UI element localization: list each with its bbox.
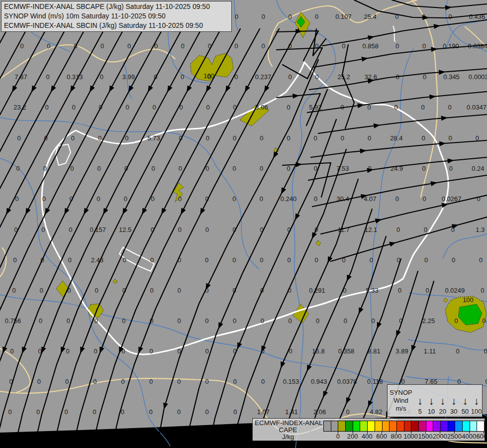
station-value: 0 [261, 378, 265, 385]
map-background [0, 0, 487, 448]
station-value: 0 [100, 42, 104, 50]
station-value: 0 [205, 408, 209, 416]
cape-swatch [360, 421, 367, 431]
wind-legend-source: SYNOP [390, 389, 412, 397]
station-value: 0 [341, 134, 344, 142]
station-value: 0 [346, 408, 350, 416]
wind-arrow-icon: ↓ [417, 395, 423, 408]
station-value: 0 [287, 165, 290, 172]
station-value: 0.0003 [469, 73, 487, 81]
station-value: 0 [177, 378, 181, 385]
station-value: 0 [41, 226, 45, 233]
station-value: 0 [93, 378, 97, 385]
station-value: 0 [479, 256, 483, 264]
station-value: 0.240 [281, 195, 297, 203]
station-value: 0 [121, 378, 125, 385]
station-value: 0 [425, 287, 429, 294]
station-value: 0 [69, 226, 72, 233]
wind-speed-label: 50 [462, 408, 469, 415]
station-value: 0 [314, 256, 318, 264]
station-value: 5.73 [147, 134, 160, 142]
station-value: 0 [235, 13, 238, 20]
station-value: 25.4 [364, 13, 376, 20]
station-value: 0.237 [255, 73, 272, 81]
title-line-sbcin: ECMWF-INDEX-ANAL SBCIN (J/kg) Saturday 1… [4, 21, 229, 30]
cape-legend-unit: J/kg [255, 434, 321, 441]
cape-legend-param: CAPE [255, 427, 321, 434]
station-value: 0.358 [338, 347, 355, 355]
wind-speed-label: 5 [418, 408, 422, 415]
station-value: 1.07 [257, 408, 270, 416]
station-value: 0 [71, 134, 75, 142]
station-value: 0 [8, 408, 11, 416]
station-value: 0 [261, 317, 264, 325]
wind-speed-column: ↓5 [414, 385, 426, 417]
station-value: 0.157 [90, 226, 106, 233]
station-value: 0 [452, 256, 455, 264]
station-value: 3.99 [122, 73, 135, 81]
station-value: 4.82 [370, 408, 382, 416]
cape-swatch [353, 421, 360, 431]
station-value: 0 [46, 73, 49, 81]
title-line-wind: SYNOP Wind (m/s) 10m Saturday 11-10-2025… [4, 11, 229, 21]
station-value: 0 [421, 104, 424, 111]
station-value: 0.345 [443, 73, 460, 81]
station-value: 0 [449, 134, 452, 142]
cape-swatch [477, 421, 484, 431]
station-value: 0 [100, 73, 103, 81]
station-value: 0 [70, 165, 74, 172]
cape-swatch [455, 421, 462, 431]
station-value: 0 [315, 73, 318, 81]
station-value: 0 [206, 104, 209, 111]
cape-swatch [389, 421, 396, 431]
station-value: 0 [395, 195, 399, 203]
station-value: 0.756 [5, 317, 21, 325]
station-value: 1.11 [424, 347, 436, 355]
station-value: 0 [10, 347, 13, 355]
station-value: 0 [40, 287, 43, 294]
station-value: 0 [235, 42, 238, 50]
station-value: 0 [66, 347, 69, 355]
station-value: 0 [394, 104, 397, 111]
station-value: 0 [37, 378, 41, 385]
wind-arrow-icon: ↓ [474, 395, 479, 408]
wind-legend-unit: m/s [396, 405, 406, 413]
station-value: 0 [370, 256, 373, 264]
station-value: 0 [316, 317, 319, 325]
station-value: 0 [150, 287, 153, 294]
station-value: 0 [17, 134, 20, 142]
cape-swatch [345, 421, 353, 431]
station-value: 0 [178, 195, 182, 203]
wind-speed-column: ↓100 [471, 385, 482, 417]
cape-swatch [404, 421, 411, 431]
station-value: 0.153 [283, 378, 299, 385]
contour-label: 100 [463, 296, 474, 304]
station-value: 0.118 [367, 378, 383, 385]
cape-colorbar [323, 421, 485, 432]
station-value: 0 [396, 226, 400, 233]
station-value: 0 [39, 317, 42, 325]
station-value: 0 [97, 195, 100, 203]
station-value: 0 [398, 287, 401, 294]
station-value: 0 [422, 195, 426, 203]
station-value: 0 [287, 134, 290, 142]
station-value: 0 [342, 42, 345, 50]
station-value: 0 [93, 408, 96, 416]
station-value: 0 [68, 256, 72, 264]
station-value: 0 [45, 104, 48, 111]
station-value: 0 [455, 317, 458, 325]
station-value: 0 [177, 408, 181, 416]
wind-arrow-icon: ↓ [451, 395, 457, 408]
cape-legend-title: ECMWF-INDEX-ANAL CAPE J/kg [255, 419, 321, 441]
station-value: 0 [422, 42, 426, 50]
wind-speed-column: ↓50 [460, 385, 471, 417]
station-value: 0 [205, 317, 208, 325]
station-value: 0 [260, 134, 263, 142]
station-value: 0 [36, 408, 40, 416]
cape-legend-source: ECMWF-INDEX-ANAL [255, 419, 321, 427]
station-value: 0 [65, 408, 68, 416]
station-value: 0 [424, 226, 427, 233]
station-value: 0 [233, 317, 236, 325]
station-value: 0 [94, 347, 97, 355]
station-value: 0.858 [362, 42, 379, 50]
